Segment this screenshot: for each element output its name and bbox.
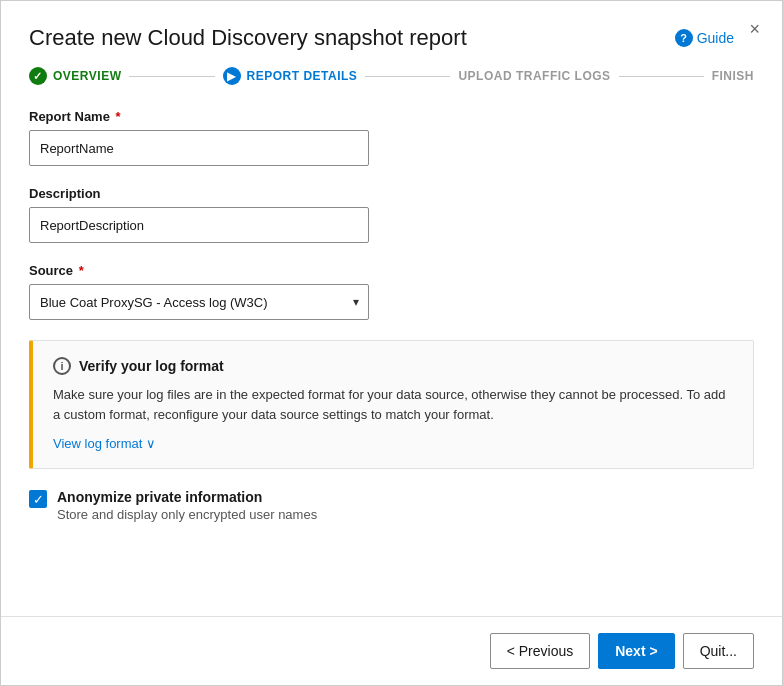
step-overview-label: OVERVIEW bbox=[53, 69, 121, 83]
step-line-2 bbox=[365, 76, 450, 77]
step-finish: FINISH bbox=[712, 69, 754, 83]
report-name-group: Report Name * bbox=[29, 109, 754, 166]
info-circle-icon: i bbox=[53, 357, 71, 375]
anonymize-group: ✓ Anonymize private information Store an… bbox=[29, 489, 754, 522]
step-line-3 bbox=[619, 76, 704, 77]
next-button[interactable]: Next > bbox=[598, 633, 674, 669]
view-log-chevron-icon: ∨ bbox=[146, 436, 156, 451]
create-snapshot-dialog: × ? Guide Create new Cloud Discovery sna… bbox=[0, 0, 783, 686]
previous-button[interactable]: < Previous bbox=[490, 633, 591, 669]
quit-button[interactable]: Quit... bbox=[683, 633, 754, 669]
view-log-label: View log format bbox=[53, 436, 142, 451]
step-upload-traffic-logs: UPLOAD TRAFFIC LOGS bbox=[458, 69, 610, 83]
step-overview: ✓ OVERVIEW bbox=[29, 67, 121, 85]
report-name-label: Report Name * bbox=[29, 109, 754, 124]
report-name-input[interactable] bbox=[29, 130, 369, 166]
source-label: Source * bbox=[29, 263, 754, 278]
checkmark-icon: ✓ bbox=[33, 493, 44, 506]
anonymize-sublabel: Store and display only encrypted user na… bbox=[57, 507, 317, 522]
step-report-details-circle: ▶ bbox=[223, 67, 241, 85]
dialog-title: Create new Cloud Discovery snapshot repo… bbox=[29, 25, 467, 51]
form-body: Report Name * Description Source * Blue … bbox=[1, 101, 782, 616]
source-group: Source * Blue Coat ProxySG - Access log … bbox=[29, 263, 754, 320]
description-label: Description bbox=[29, 186, 754, 201]
source-select[interactable]: Blue Coat ProxySG - Access log (W3C) Cis… bbox=[29, 284, 369, 320]
description-group: Description bbox=[29, 186, 754, 243]
guide-icon: ? bbox=[675, 29, 693, 47]
close-button[interactable]: × bbox=[741, 15, 768, 44]
guide-label: Guide bbox=[697, 30, 734, 46]
guide-button[interactable]: ? Guide bbox=[675, 29, 734, 47]
anonymize-checkbox[interactable]: ✓ bbox=[29, 490, 47, 508]
step-report-details-label: REPORT DETAILS bbox=[247, 69, 358, 83]
description-input[interactable] bbox=[29, 207, 369, 243]
source-select-wrapper: Blue Coat ProxySG - Access log (W3C) Cis… bbox=[29, 284, 369, 320]
stepper: ✓ OVERVIEW ▶ REPORT DETAILS UPLOAD TRAFF… bbox=[1, 67, 782, 101]
anonymize-label: Anonymize private information bbox=[57, 489, 317, 505]
info-box: i Verify your log format Make sure your … bbox=[29, 340, 754, 469]
view-log-format-button[interactable]: View log format ∨ bbox=[53, 436, 156, 451]
info-box-body: Make sure your log files are in the expe… bbox=[53, 385, 733, 424]
step-upload-label: UPLOAD TRAFFIC LOGS bbox=[458, 69, 610, 83]
source-required: * bbox=[75, 263, 84, 278]
step-report-details: ▶ REPORT DETAILS bbox=[223, 67, 358, 85]
info-box-title-row: i Verify your log format bbox=[53, 357, 733, 375]
dialog-header: Create new Cloud Discovery snapshot repo… bbox=[1, 1, 782, 67]
step-overview-circle: ✓ bbox=[29, 67, 47, 85]
step-line-1 bbox=[129, 76, 214, 77]
dialog-footer: < Previous Next > Quit... bbox=[1, 616, 782, 685]
report-name-required: * bbox=[112, 109, 121, 124]
info-box-title-text: Verify your log format bbox=[79, 358, 224, 374]
anonymize-label-group: Anonymize private information Store and … bbox=[57, 489, 317, 522]
step-finish-label: FINISH bbox=[712, 69, 754, 83]
